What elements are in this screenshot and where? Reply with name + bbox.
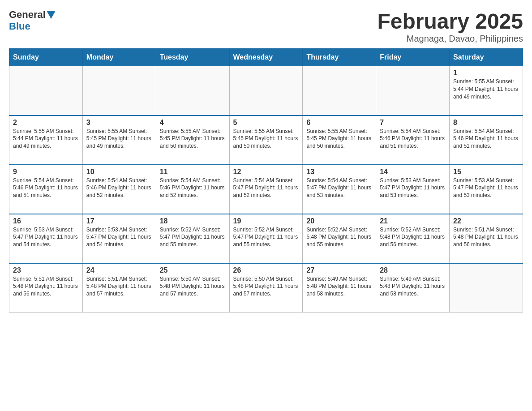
calendar-cell: 5Sunrise: 5:55 AM Sunset: 5:45 PM Daylig… bbox=[229, 116, 303, 165]
day-number: 25 bbox=[160, 266, 226, 274]
calendar-cell: 3Sunrise: 5:55 AM Sunset: 5:45 PM Daylig… bbox=[82, 116, 156, 165]
day-info: Sunrise: 5:54 AM Sunset: 5:46 PM Dayligh… bbox=[453, 128, 519, 150]
day-number: 14 bbox=[380, 168, 446, 176]
calendar-cell: 26Sunrise: 5:50 AM Sunset: 5:48 PM Dayli… bbox=[229, 263, 303, 313]
day-info: Sunrise: 5:50 AM Sunset: 5:48 PM Dayligh… bbox=[160, 275, 226, 298]
day-number: 8 bbox=[453, 119, 519, 127]
day-number: 17 bbox=[86, 217, 152, 225]
day-number: 23 bbox=[13, 266, 79, 274]
logo-triangle-icon bbox=[47, 11, 56, 19]
calendar-cell: 15Sunrise: 5:53 AM Sunset: 5:47 PM Dayli… bbox=[450, 165, 523, 214]
day-number: 16 bbox=[13, 217, 79, 225]
calendar-cell bbox=[450, 263, 523, 313]
day-info: Sunrise: 5:54 AM Sunset: 5:47 PM Dayligh… bbox=[306, 177, 372, 199]
day-info: Sunrise: 5:49 AM Sunset: 5:48 PM Dayligh… bbox=[306, 275, 372, 298]
calendar-subtitle: Magnaga, Davao, Philippines bbox=[377, 34, 523, 44]
column-header-thursday: Thursday bbox=[303, 49, 376, 66]
day-number: 1 bbox=[453, 69, 519, 77]
calendar-title: February 2025 bbox=[377, 9, 523, 34]
day-number: 28 bbox=[380, 266, 446, 274]
calendar-cell: 22Sunrise: 5:51 AM Sunset: 5:48 PM Dayli… bbox=[450, 214, 523, 263]
day-number: 10 bbox=[86, 168, 152, 176]
column-header-friday: Friday bbox=[376, 49, 450, 66]
day-number: 11 bbox=[160, 168, 226, 176]
calendar-cell: 1Sunrise: 5:55 AM Sunset: 5:44 PM Daylig… bbox=[450, 66, 523, 116]
day-info: Sunrise: 5:54 AM Sunset: 5:46 PM Dayligh… bbox=[86, 177, 152, 199]
calendar-cell: 23Sunrise: 5:51 AM Sunset: 5:48 PM Dayli… bbox=[9, 263, 83, 313]
calendar-cell: 8Sunrise: 5:54 AM Sunset: 5:46 PM Daylig… bbox=[450, 116, 523, 165]
day-number: 4 bbox=[160, 119, 226, 127]
day-info: Sunrise: 5:55 AM Sunset: 5:45 PM Dayligh… bbox=[233, 128, 299, 150]
day-info: Sunrise: 5:54 AM Sunset: 5:47 PM Dayligh… bbox=[233, 177, 299, 199]
day-info: Sunrise: 5:52 AM Sunset: 5:47 PM Dayligh… bbox=[233, 226, 299, 248]
day-info: Sunrise: 5:54 AM Sunset: 5:46 PM Dayligh… bbox=[380, 128, 446, 150]
page-header: General Blue February 2025 Magnaga, Dava… bbox=[9, 9, 523, 44]
logo-general-text: General bbox=[9, 9, 46, 21]
column-header-wednesday: Wednesday bbox=[229, 49, 303, 66]
day-number: 9 bbox=[13, 168, 79, 176]
calendar-cell: 27Sunrise: 5:49 AM Sunset: 5:48 PM Dayli… bbox=[303, 263, 376, 313]
calendar-cell bbox=[82, 66, 156, 116]
calendar-cell: 4Sunrise: 5:55 AM Sunset: 5:45 PM Daylig… bbox=[156, 116, 229, 165]
day-info: Sunrise: 5:50 AM Sunset: 5:48 PM Dayligh… bbox=[233, 275, 299, 298]
calendar-cell: 2Sunrise: 5:55 AM Sunset: 5:44 PM Daylig… bbox=[9, 116, 83, 165]
day-number: 5 bbox=[233, 119, 299, 127]
calendar-week-row: 16Sunrise: 5:53 AM Sunset: 5:47 PM Dayli… bbox=[9, 214, 523, 263]
day-number: 7 bbox=[380, 119, 446, 127]
day-info: Sunrise: 5:52 AM Sunset: 5:48 PM Dayligh… bbox=[306, 226, 372, 248]
day-info: Sunrise: 5:55 AM Sunset: 5:45 PM Dayligh… bbox=[160, 128, 226, 150]
calendar-week-row: 1Sunrise: 5:55 AM Sunset: 5:44 PM Daylig… bbox=[9, 66, 523, 116]
calendar-table: SundayMondayTuesdayWednesdayThursdayFrid… bbox=[9, 48, 523, 313]
day-info: Sunrise: 5:55 AM Sunset: 5:45 PM Dayligh… bbox=[86, 128, 152, 150]
calendar-cell: 25Sunrise: 5:50 AM Sunset: 5:48 PM Dayli… bbox=[156, 263, 229, 313]
calendar-cell: 10Sunrise: 5:54 AM Sunset: 5:46 PM Dayli… bbox=[82, 165, 156, 214]
calendar-week-row: 9Sunrise: 5:54 AM Sunset: 5:46 PM Daylig… bbox=[9, 165, 523, 214]
calendar-week-row: 2Sunrise: 5:55 AM Sunset: 5:44 PM Daylig… bbox=[9, 116, 523, 165]
calendar-cell bbox=[303, 66, 376, 116]
day-number: 18 bbox=[160, 217, 226, 225]
calendar-week-row: 23Sunrise: 5:51 AM Sunset: 5:48 PM Dayli… bbox=[9, 263, 523, 313]
day-number: 2 bbox=[13, 119, 79, 127]
calendar-cell: 24Sunrise: 5:51 AM Sunset: 5:48 PM Dayli… bbox=[82, 263, 156, 313]
day-number: 21 bbox=[380, 217, 446, 225]
day-info: Sunrise: 5:51 AM Sunset: 5:48 PM Dayligh… bbox=[453, 226, 519, 248]
day-info: Sunrise: 5:52 AM Sunset: 5:47 PM Dayligh… bbox=[160, 226, 226, 248]
calendar-cell bbox=[156, 66, 229, 116]
title-block: February 2025 Magnaga, Davao, Philippine… bbox=[377, 9, 523, 44]
column-header-tuesday: Tuesday bbox=[156, 49, 229, 66]
calendar-header-row: SundayMondayTuesdayWednesdayThursdayFrid… bbox=[9, 49, 523, 66]
logo: General Blue bbox=[9, 9, 56, 32]
calendar-cell: 18Sunrise: 5:52 AM Sunset: 5:47 PM Dayli… bbox=[156, 214, 229, 263]
calendar-cell: 14Sunrise: 5:53 AM Sunset: 5:47 PM Dayli… bbox=[376, 165, 450, 214]
calendar-cell bbox=[376, 66, 450, 116]
calendar-cell: 19Sunrise: 5:52 AM Sunset: 5:47 PM Dayli… bbox=[229, 214, 303, 263]
day-number: 19 bbox=[233, 217, 299, 225]
day-number: 22 bbox=[453, 217, 519, 225]
calendar-cell: 9Sunrise: 5:54 AM Sunset: 5:46 PM Daylig… bbox=[9, 165, 83, 214]
day-number: 24 bbox=[86, 266, 152, 274]
day-info: Sunrise: 5:54 AM Sunset: 5:46 PM Dayligh… bbox=[13, 177, 79, 199]
calendar-cell bbox=[9, 66, 83, 116]
column-header-monday: Monday bbox=[82, 49, 156, 66]
day-info: Sunrise: 5:53 AM Sunset: 5:47 PM Dayligh… bbox=[86, 226, 152, 248]
day-info: Sunrise: 5:51 AM Sunset: 5:48 PM Dayligh… bbox=[86, 275, 152, 298]
day-info: Sunrise: 5:52 AM Sunset: 5:48 PM Dayligh… bbox=[380, 226, 446, 248]
day-info: Sunrise: 5:55 AM Sunset: 5:45 PM Dayligh… bbox=[306, 128, 372, 150]
day-info: Sunrise: 5:55 AM Sunset: 5:44 PM Dayligh… bbox=[13, 128, 79, 150]
calendar-cell: 6Sunrise: 5:55 AM Sunset: 5:45 PM Daylig… bbox=[303, 116, 376, 165]
day-number: 20 bbox=[306, 217, 372, 225]
column-header-saturday: Saturday bbox=[450, 49, 523, 66]
day-info: Sunrise: 5:55 AM Sunset: 5:44 PM Dayligh… bbox=[453, 78, 519, 100]
day-number: 27 bbox=[306, 266, 372, 274]
calendar-cell: 28Sunrise: 5:49 AM Sunset: 5:48 PM Dayli… bbox=[376, 263, 450, 313]
day-info: Sunrise: 5:51 AM Sunset: 5:48 PM Dayligh… bbox=[13, 275, 79, 298]
column-header-sunday: Sunday bbox=[9, 49, 83, 66]
calendar-cell: 21Sunrise: 5:52 AM Sunset: 5:48 PM Dayli… bbox=[376, 214, 450, 263]
calendar-cell: 20Sunrise: 5:52 AM Sunset: 5:48 PM Dayli… bbox=[303, 214, 376, 263]
day-number: 3 bbox=[86, 119, 152, 127]
calendar-cell: 13Sunrise: 5:54 AM Sunset: 5:47 PM Dayli… bbox=[303, 165, 376, 214]
calendar-cell: 11Sunrise: 5:54 AM Sunset: 5:46 PM Dayli… bbox=[156, 165, 229, 214]
calendar-cell bbox=[229, 66, 303, 116]
day-info: Sunrise: 5:54 AM Sunset: 5:46 PM Dayligh… bbox=[160, 177, 226, 199]
day-number: 13 bbox=[306, 168, 372, 176]
